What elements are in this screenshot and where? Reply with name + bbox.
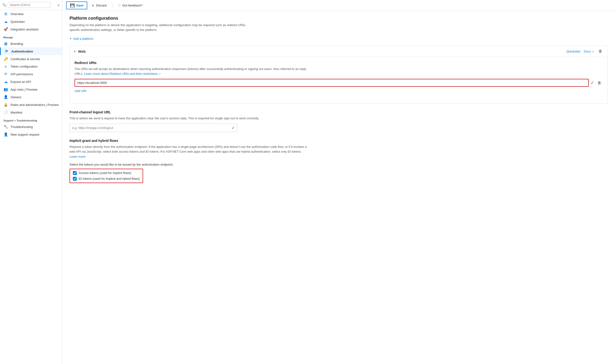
access-tokens-label: Access tokens (used for implicit flows) <box>79 171 131 175</box>
front-channel-title: Front-channel logout URL <box>69 110 608 114</box>
plus-icon: + <box>69 36 72 41</box>
grid-icon: ⊞ <box>3 12 8 16</box>
sidebar-item-label: API permissions <box>11 72 33 76</box>
add-platform-button[interactable]: + Add a platform <box>69 36 93 41</box>
web-delete-button[interactable]: 🗑 <box>597 49 604 54</box>
owners-icon: 👤 <box>3 95 8 99</box>
toolbar: 💾 Save ✕ Discard ♡ Got feedback? <box>62 0 615 11</box>
sidebar-item-branding[interactable]: ▦ Branding <box>0 40 62 47</box>
redirect-uris-title: Redirect URIs <box>75 61 603 65</box>
toolbar-divider <box>112 3 112 8</box>
rocket-icon: 🚀 <box>3 27 8 31</box>
save-label: Save <box>76 4 83 7</box>
sidebar-item-certificates-secrets[interactable]: 🔑 Certificates & secrets <box>0 55 62 63</box>
redirect-uri-input[interactable] <box>75 79 589 87</box>
sidebar-item-overview[interactable]: ⊞ Overview <box>0 10 62 18</box>
sidebar-item-label: Owners <box>11 95 21 99</box>
wrench-icon: 🔧 <box>3 125 8 129</box>
save-button[interactable]: 💾 Save <box>66 1 87 9</box>
sidebar-item-owners[interactable]: 👤 Owners <box>0 93 62 101</box>
sidebar-item-app-roles[interactable]: 👥 App roles | Preview <box>0 86 62 93</box>
sidebar: 🔍 « ⊞ Overview ☁ Quickstart 🚀 Integratio… <box>0 0 62 364</box>
sidebar-item-roles-admins[interactable]: 🔒 Roles and administrators | Preview <box>0 101 62 109</box>
sidebar-item-authentication[interactable]: ⟳ Authentication <box>0 47 62 55</box>
expose-api-icon: ☁ <box>3 79 8 84</box>
support-icon: 👤 <box>3 132 8 137</box>
sidebar-item-label: Authentication <box>11 50 33 53</box>
sidebar-item-expose-api[interactable]: ☁ Expose an API <box>0 78 62 86</box>
front-channel-logout-section: Front-channel logout URL This is where w… <box>69 110 608 132</box>
token-icon: ≡ <box>3 65 8 68</box>
add-platform-label: Add a platform <box>73 37 93 40</box>
feedback-label: Got feedback? <box>122 4 143 7</box>
cloud-icon: ☁ <box>3 19 8 24</box>
redirect-uris-description: The URIs we will accept as destinations … <box>75 67 314 76</box>
external-link-icon: ↗ <box>592 50 594 53</box>
sidebar-item-manifest[interactable]: 📄 Manifest <box>0 109 62 116</box>
logout-check-icon: ✓ <box>232 126 235 130</box>
manifest-icon: 📄 <box>3 110 8 115</box>
web-card: ∧ Web Quickstart Docs ↗ 🗑 Redirect URIs <box>69 46 608 104</box>
sidebar-item-label: Overview <box>11 12 24 16</box>
front-channel-description: This is where we send a request to have … <box>69 116 309 121</box>
implicit-grant-section: Implicit grant and hybrid flows Request … <box>69 139 608 183</box>
sidebar-item-troubleshooting[interactable]: 🔧 Troubleshooting <box>0 123 62 130</box>
implicit-grant-title: Implicit grant and hybrid flows <box>69 139 608 143</box>
key-icon: 🔑 <box>3 57 8 61</box>
sidebar-item-label: App roles | Preview <box>11 88 37 91</box>
sidebar-item-quickstart[interactable]: ☁ Quickstart <box>0 18 62 26</box>
chevron-up-icon: ∧ <box>74 50 76 53</box>
implicit-grant-description: Request a token directly from the author… <box>69 144 309 159</box>
save-icon: 💾 <box>70 3 75 8</box>
sidebar-item-label: Integration assistant <box>11 27 38 31</box>
implicit-grant-learn-more-link[interactable]: Learn more. <box>69 155 86 158</box>
web-quickstart-button[interactable]: Quickstart <box>566 50 580 53</box>
web-card-title: Web <box>78 49 564 53</box>
authentication-icon: ⟳ <box>4 49 9 53</box>
sidebar-item-label: Quickstart <box>11 20 25 24</box>
token-checkboxes-group: Access tokens (used for implicit flows) … <box>69 169 143 183</box>
web-card-header: ∧ Web Quickstart Docs ↗ 🗑 <box>70 46 608 57</box>
sidebar-item-new-support-request[interactable]: 👤 New support request <box>0 130 62 138</box>
sidebar-item-integration-assistant[interactable]: 🚀 Integration assistant <box>0 26 62 33</box>
web-docs-button[interactable]: Docs ↗ <box>584 50 594 53</box>
feedback-icon: ♡ <box>118 4 121 7</box>
check-icon: ✓ <box>590 80 594 86</box>
branding-icon: ▦ <box>3 41 8 46</box>
discard-label: Discard <box>96 4 106 7</box>
web-card-actions: Quickstart Docs ↗ 🗑 <box>566 49 604 54</box>
search-input[interactable] <box>8 2 51 8</box>
sidebar-item-label: Troubleshooting <box>11 125 33 129</box>
page-title: Platform configurations <box>69 16 608 21</box>
id-tokens-row: ID tokens (used for implicit and hybrid … <box>73 177 140 181</box>
sidebar-item-api-permissions[interactable]: ⟳ API permissions <box>0 70 62 78</box>
discard-button[interactable]: ✕ Discard <box>88 2 110 9</box>
learn-more-external-icon: ↗ <box>159 73 161 75</box>
access-tokens-row: Access tokens (used for implicit flows) <box>73 171 140 175</box>
implicit-select-label: Select the tokens you would like to be i… <box>69 163 608 166</box>
page-description: Depending on the platform or device this… <box>69 23 256 32</box>
id-tokens-label: ID tokens (used for implicit and hybrid … <box>79 177 140 181</box>
sidebar-item-label: New support request <box>11 133 39 136</box>
access-tokens-checkbox[interactable] <box>73 171 77 175</box>
sidebar-item-token-configuration[interactable]: ≡ Token configuration <box>0 63 62 70</box>
sidebar-item-label: Manifest <box>11 111 22 114</box>
discard-icon: ✕ <box>92 4 94 7</box>
collapse-sidebar-button[interactable]: « <box>57 3 60 7</box>
sidebar-item-label: Roles and administrators | Preview <box>11 103 59 107</box>
sidebar-item-label: Token configuration <box>11 65 38 68</box>
manage-section-label: Manage <box>0 33 62 40</box>
feedback-button[interactable]: ♡ Got feedback? <box>115 2 145 9</box>
content-area: Platform configurations Depending on the… <box>62 11 615 364</box>
support-section-label: Support + Troubleshooting <box>0 116 62 123</box>
trash-icon: 🗑 <box>599 49 602 53</box>
roles-icon: 🔒 <box>3 103 8 107</box>
sidebar-item-label: Expose an API <box>11 80 31 84</box>
id-tokens-checkbox[interactable] <box>73 177 77 181</box>
logout-url-input[interactable] <box>72 126 232 130</box>
main-panel: 💾 Save ✕ Discard ♡ Got feedback? Platfor… <box>62 0 615 364</box>
sidebar-item-label: Branding <box>11 42 23 46</box>
redirect-uris-learn-more-link[interactable]: Learn more about Redirect URIs and their… <box>84 72 161 76</box>
add-uri-button[interactable]: Add URI <box>75 89 86 93</box>
redirect-uri-delete-button[interactable]: 🗑 <box>596 80 603 86</box>
